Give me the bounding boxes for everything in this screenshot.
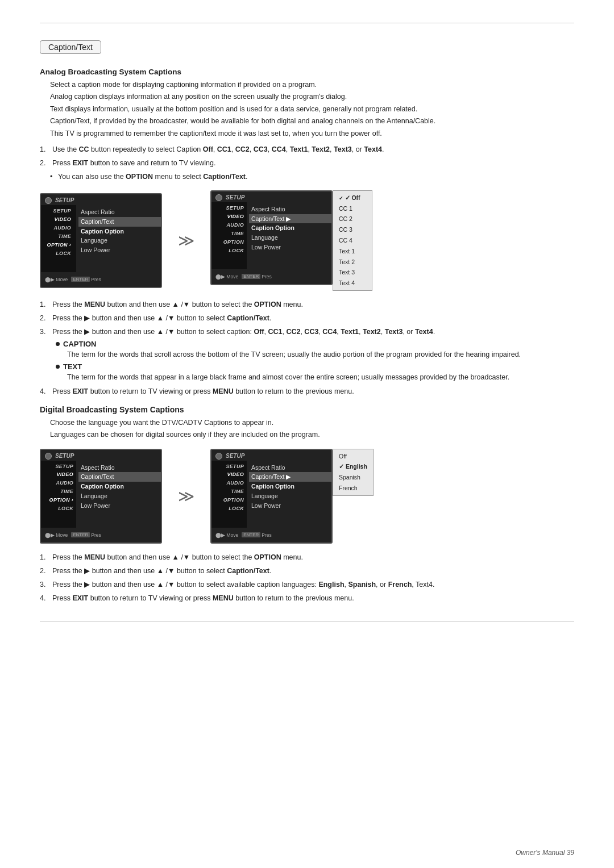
text-label: TEXT (63, 362, 82, 371)
text-def: The term for the words that appear in a … (40, 372, 574, 383)
digital-menu-right: SETUP SETUP VIDEO AUDIO TIME OPTION LOCK… (210, 449, 333, 544)
menu-sidebar-4: SETUP VIDEO AUDIO TIME OPTION LOCK (211, 461, 247, 528)
sidebar-setup-1: SETUP (41, 207, 74, 215)
menu-row-aspect-3: Aspect Ratio (78, 463, 161, 473)
move-icon-1: ⬤▶ Move (45, 277, 68, 282)
menu-row-language-4: Language (249, 491, 331, 501)
page-footer: Owner's Manual 39 (516, 849, 574, 857)
dig-exp-english: ✓ English (333, 461, 373, 472)
move-icon-2: ⬤▶ Move (215, 274, 238, 279)
menu-bottom-bar-4: ⬤▶ Move ENTER Pres (211, 530, 331, 538)
menu-content-2: Aspect Ratio Caption/Text ▶ Caption Opti… (249, 202, 331, 269)
analog-step2-1: 1. Press the MENU button and then use ▲ … (40, 299, 574, 310)
menu-icon-dot-2 (215, 194, 222, 201)
analog-menu-right-group: SETUP SETUP VIDEO AUDIO TIME OPTION LOCK… (210, 190, 372, 291)
digital-steps-block: 1. Press the MENU button and then use ▲ … (40, 552, 574, 604)
menu-row-aspect-4: Aspect Ratio (249, 463, 331, 473)
sidebar-setup-2: SETUP (211, 205, 247, 212)
caption-bullet-dot (56, 342, 60, 346)
sidebar-video-3: VIDEO (41, 471, 76, 479)
analog-para-2: Analog caption displays information at a… (40, 91, 574, 102)
sidebar-time-4: TIME (211, 488, 247, 496)
menu-sidebar-3: SETUP VIDEO AUDIO TIME OPTION › LOCK (41, 461, 76, 528)
exp-text3: Text 3 (333, 267, 372, 278)
sidebar-option-2: OPTION (211, 239, 247, 247)
analog-step-1: 1. Use the CC button repeatedly to selec… (40, 144, 574, 155)
digital-para-2: Languages can be chosen for digital sour… (40, 429, 574, 440)
text-bullet-dot (56, 365, 60, 369)
menu-bottom-bar-1: ⬤▶ Move ENTER Pres (41, 274, 161, 282)
caption-def: The term for the words that scroll acros… (40, 349, 574, 360)
sidebar-lock-4: LOCK (211, 505, 247, 513)
section-title: Caption/Text (40, 40, 101, 54)
dig-exp-french: French (333, 483, 373, 494)
digital-step-3: 3. Press the ▶ button and then use ▲ /▼ … (40, 579, 574, 590)
page: Caption/Text Analog Broadcasting System … (0, 0, 614, 868)
sidebar-lock-3: LOCK (41, 505, 76, 513)
sidebar-video-4: VIDEO (211, 471, 247, 479)
analog-menu-right: SETUP SETUP VIDEO AUDIO TIME OPTION LOCK… (210, 190, 333, 285)
sidebar-time-3: TIME (41, 488, 76, 496)
bottom-rule (40, 621, 574, 621)
analog-step-bullet: • You can also use the OPTION menu to se… (40, 171, 574, 182)
sidebar-time-2: TIME (211, 230, 247, 238)
sidebar-audio-1: AUDIO (41, 224, 74, 232)
menu-icon-dot-3 (45, 453, 52, 460)
digital-step-1: 1. Press the MENU button and then use ▲ … (40, 552, 574, 563)
menu-content-1: Aspect Ratio Caption/Text Caption Option… (78, 205, 161, 272)
digital-menu-left: SETUP SETUP VIDEO AUDIO TIME OPTION › LO… (40, 449, 162, 544)
menu-row-lowpower-3: Low Power (78, 501, 161, 511)
sidebar-option-1: OPTION › (41, 241, 74, 249)
dig-exp-spanish: Spanish (333, 472, 373, 483)
move-icon-4: ⬤▶ Move (215, 532, 238, 538)
sidebar-setup-4: SETUP (211, 463, 247, 471)
exp-cc2: CC 2 (333, 214, 372, 224)
sidebar-option-4: OPTION (211, 496, 247, 504)
analog-step2-3: 3. Press the ▶ button and then use ▲ /▼ … (40, 326, 574, 337)
menu-icon-dot-1 (45, 197, 52, 204)
sidebar-audio-2: AUDIO (211, 222, 247, 229)
analog-steps2-block: 1. Press the MENU button and then use ▲ … (40, 299, 574, 337)
sidebar-audio-4: AUDIO (211, 479, 247, 487)
analog-step-2: 2. Press EXIT button to save and return … (40, 157, 574, 169)
analog-para-1: Select a caption mode for displaying cap… (40, 80, 574, 90)
menu-row-captionoption-4: Caption Option (249, 482, 331, 491)
sidebar-setup-3: SETUP (41, 463, 76, 471)
top-rule (40, 23, 574, 23)
analog-para-5: This TV is programmed to remember the ca… (40, 128, 574, 139)
digital-menu-right-group: SETUP SETUP VIDEO AUDIO TIME OPTION LOCK… (210, 449, 374, 544)
sidebar-lock-2: LOCK (211, 247, 247, 255)
digital-step-4: 4. Press EXIT button to return to TV vie… (40, 592, 574, 604)
analog-menu-left: SETUP SETUP VIDEO AUDIO TIME OPTION › LO… (40, 193, 162, 288)
menu-row-caption-3: Caption/Text (78, 472, 161, 482)
sidebar-video-2: VIDEO (211, 213, 247, 221)
menu-row-captionoption-3: Caption Option (78, 482, 161, 491)
exp-text2: Text 2 (333, 257, 372, 268)
menu-row-lowpower-1: Low Power (78, 245, 161, 255)
exp-off: ✓ Off (333, 193, 372, 203)
analog-expanded-menu: ✓ Off CC 1 CC 2 CC 3 CC 4 Text 1 Text 2 … (333, 190, 372, 291)
dig-exp-off: Off (333, 451, 373, 462)
sidebar-option-3: OPTION › (41, 496, 76, 504)
menu-top-icons-3: SETUP (41, 450, 161, 461)
menu-sidebar-2: SETUP VIDEO AUDIO TIME OPTION LOCK (211, 202, 247, 269)
analog-diagram-row: SETUP SETUP VIDEO AUDIO TIME OPTION › LO… (40, 190, 574, 291)
caption-bullet-block: CAPTION The term for the words that scro… (40, 340, 574, 383)
sidebar-audio-3: AUDIO (41, 479, 76, 487)
menu-row-language-3: Language (78, 491, 161, 501)
menu-row-language-2: Language (249, 233, 331, 243)
menu-row-language-1: Language (78, 236, 161, 245)
menu-row-caption-1: Caption/Text (78, 217, 161, 227)
sidebar-lock-1: LOCK (41, 250, 74, 258)
exp-text1: Text 1 (333, 246, 372, 257)
digital-expanded-menu: Off ✓ English Spanish French (333, 449, 374, 496)
digital-diagram-row: SETUP SETUP VIDEO AUDIO TIME OPTION › LO… (40, 449, 574, 544)
caption-label: CAPTION (63, 340, 97, 348)
arrow-right-1: ≫ (178, 231, 194, 250)
move-icon-3: ⬤▶ Move (45, 532, 68, 538)
analog-para-4: Caption/Text, if provided by the broadca… (40, 116, 574, 127)
exp-cc1: CC 1 (333, 203, 372, 214)
sidebar-video-1: VIDEO (41, 216, 74, 224)
analog-title: Analog Broadcasting System Captions (40, 68, 574, 76)
analog-step2-2: 2. Press the ▶ button and then use ▲ /▼ … (40, 312, 574, 324)
